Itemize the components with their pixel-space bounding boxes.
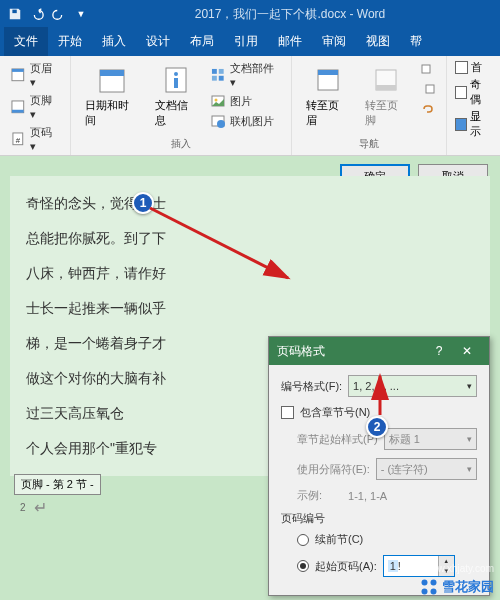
header-label: 页眉 ▾ <box>30 61 60 89</box>
footer-label: 页脚 ▾ <box>30 93 60 121</box>
page-number-format-dialog: 页码格式 ? ✕ 编号格式(F): 1, 2, 3, ... ▾ 包含章节号(N… <box>268 336 490 596</box>
qat-dropdown-icon[interactable]: ▼ <box>74 7 88 21</box>
chapter-style-select: 标题 1 ▾ <box>384 428 477 450</box>
goto-header-button[interactable]: 转至页眉 <box>300 60 355 132</box>
svg-rect-12 <box>212 69 217 74</box>
svg-rect-0 <box>12 10 16 14</box>
nav-next-icon <box>420 81 436 97</box>
doc-line: 八床，钟西芹，请作好 <box>26 256 474 291</box>
svg-rect-15 <box>219 76 224 81</box>
menu-layout[interactable]: 布局 <box>180 27 224 56</box>
doc-line: 奇怪的念头，觉得护士 <box>26 186 474 221</box>
example-value: 1-1, 1-A <box>348 490 387 502</box>
menu-review[interactable]: 审阅 <box>312 27 356 56</box>
watermark: 雪花家园 <box>420 578 494 596</box>
doc-line: 总能把你腻死。到了下 <box>26 221 474 256</box>
svg-rect-4 <box>12 110 24 113</box>
menu-references[interactable]: 引用 <box>224 27 268 56</box>
svg-point-19 <box>217 120 225 128</box>
docparts-label: 文档部件 ▾ <box>230 61 282 89</box>
goto-footer-icon <box>370 64 402 96</box>
start-at-label: 起始页码(A): <box>315 559 377 574</box>
ribbon-group-insert: 日期和时间 文档信息 文档部件 ▾ 图片 联机图片 插入 <box>71 56 292 155</box>
menu-home[interactable]: 开始 <box>48 27 92 56</box>
svg-rect-8 <box>100 70 124 76</box>
chapter-style-label: 章节起始样式(P) <box>297 432 378 447</box>
dropdown-icon: ▾ <box>467 381 472 391</box>
nav-next-button[interactable] <box>418 80 438 98</box>
online-pic-button[interactable]: 联机图片 <box>208 112 283 130</box>
goto-header-label: 转至页眉 <box>306 98 349 128</box>
show-text-label: 显示 <box>470 109 492 139</box>
save-icon[interactable] <box>8 7 22 21</box>
show-text-check[interactable]: 显示 <box>455 109 492 139</box>
number-format-label: 编号格式(F): <box>281 379 342 394</box>
picture-icon <box>210 93 226 109</box>
menu-file[interactable]: 文件 <box>4 27 48 56</box>
header-button[interactable]: 页眉 ▾ <box>8 60 62 90</box>
separator-label: 使用分隔符(E): <box>297 462 370 477</box>
svg-point-29 <box>431 580 437 586</box>
footer-section-label: 页脚 - 第 2 节 - <box>14 474 101 495</box>
start-at-radio[interactable] <box>297 560 309 572</box>
number-format-select[interactable]: 1, 2, 3, ... ▾ <box>348 375 477 397</box>
dialog-titlebar[interactable]: 页码格式 ? ✕ <box>269 337 489 365</box>
nav-prev-button[interactable] <box>418 60 438 78</box>
pagenum-button[interactable]: #页码 ▾ <box>8 124 62 154</box>
diff-first-check[interactable]: 首 <box>455 60 492 75</box>
docparts-button[interactable]: 文档部件 ▾ <box>208 60 283 90</box>
picture-label: 图片 <box>230 94 252 109</box>
close-button[interactable]: ✕ <box>453 337 481 365</box>
redo-icon[interactable] <box>52 7 66 21</box>
menu-bar: 文件 开始 插入 设计 布局 引用 邮件 审阅 视图 帮 <box>0 28 500 56</box>
datetime-button[interactable]: 日期和时间 <box>79 60 145 132</box>
include-chapter-checkbox[interactable] <box>281 406 294 419</box>
pagenum-label: 页码 ▾ <box>30 125 60 153</box>
diff-first-label: 首 <box>471 60 482 75</box>
watermark-logo-icon <box>420 578 438 596</box>
separator-value: - (连字符) <box>381 462 428 477</box>
separator-select: - (连字符) ▾ <box>376 458 477 480</box>
watermark-url: www.xhjaty.com <box>423 563 494 574</box>
dialog-body: 编号格式(F): 1, 2, 3, ... ▾ 包含章节号(N) 章节起始样式(… <box>269 365 489 595</box>
menu-mail[interactable]: 邮件 <box>268 27 312 56</box>
ruler-mark: 2 <box>20 502 26 513</box>
include-chapter-label: 包含章节号(N) <box>300 405 370 420</box>
docinfo-button[interactable]: 文档信息 <box>149 60 204 132</box>
menu-help[interactable]: 帮 <box>400 27 432 56</box>
online-pic-icon <box>210 113 226 129</box>
docparts-icon <box>210 67 226 83</box>
document-area: 奇怪的念头，觉得护士 总能把你腻死。到了下 八床，钟西芹，请作好 士长一起推来一… <box>0 156 500 600</box>
close-icon: ✕ <box>462 344 472 358</box>
link-icon <box>420 101 436 117</box>
help-button[interactable]: ? <box>425 337 453 365</box>
picture-button[interactable]: 图片 <box>208 92 283 110</box>
goto-footer-label: 转至页脚 <box>365 98 408 128</box>
ribbon: 页眉 ▾ 页脚 ▾ #页码 ▾ 页眉和页脚 日期和时间 文档信息 文档部件 ▾ … <box>0 56 500 156</box>
ribbon-group-header-footer: 页眉 ▾ 页脚 ▾ #页码 ▾ 页眉和页脚 <box>0 56 71 155</box>
docinfo-icon <box>160 64 192 96</box>
svg-point-10 <box>174 72 178 76</box>
svg-rect-2 <box>12 69 24 72</box>
docinfo-label: 文档信息 <box>155 98 198 128</box>
goto-footer-button[interactable]: 转至页脚 <box>359 60 414 132</box>
svg-rect-24 <box>422 65 430 73</box>
datetime-label: 日期和时间 <box>85 98 139 128</box>
header-icon <box>10 67 26 83</box>
title-bar: ▼ 2017，我们一起下个棋.docx - Word <box>0 0 500 28</box>
menu-view[interactable]: 视图 <box>356 27 400 56</box>
diff-oddeven-check[interactable]: 奇偶 <box>455 77 492 107</box>
chapter-style-value: 标题 1 <box>389 432 420 447</box>
checkbox-icon <box>455 118 468 131</box>
undo-icon[interactable] <box>30 7 44 21</box>
document-title: 2017，我们一起下个棋.docx - Word <box>88 6 492 23</box>
nav-link-button[interactable] <box>418 100 438 118</box>
online-pic-label: 联机图片 <box>230 114 274 129</box>
footer-button[interactable]: 页脚 ▾ <box>8 92 62 122</box>
quick-access-toolbar: ▼ <box>8 7 88 21</box>
menu-insert[interactable]: 插入 <box>92 27 136 56</box>
menu-design[interactable]: 设计 <box>136 27 180 56</box>
paragraph-mark-icon: ↵ <box>34 498 47 517</box>
continue-radio[interactable] <box>297 534 309 546</box>
svg-rect-23 <box>376 85 396 90</box>
